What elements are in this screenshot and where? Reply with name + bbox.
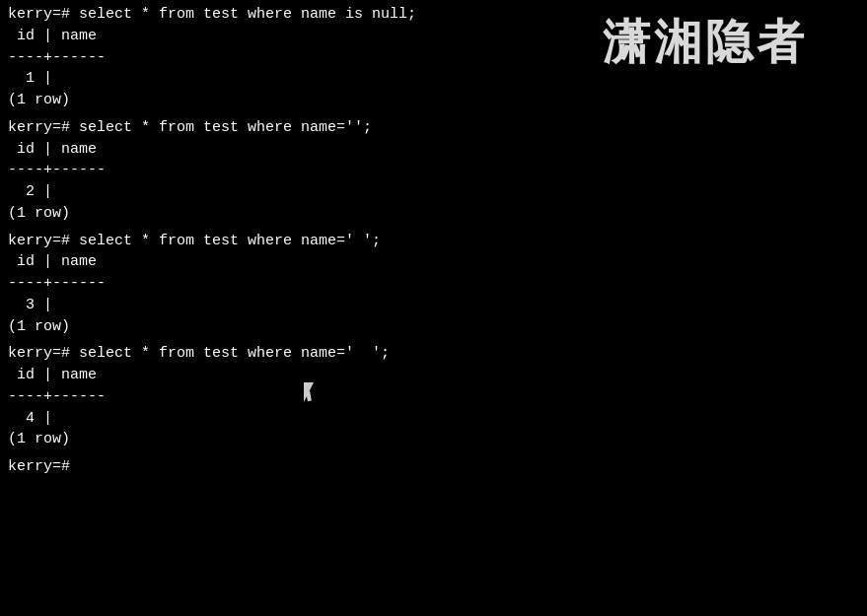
terminal-line: 1 | — [8, 68, 859, 90]
terminal-line: kerry=# select * from test where name=''… — [8, 117, 859, 139]
query-block-2: kerry=# select * from test where name=''… — [8, 117, 859, 225]
terminal-line: id | name — [8, 365, 859, 386]
terminal-line: 2 | — [8, 181, 859, 203]
terminal-line: 4 | — [8, 408, 859, 430]
query-block-5: kerry=# — [8, 456, 859, 478]
query-block-3: kerry=# select * from test where name=' … — [8, 231, 859, 338]
terminal-window: 潇湘隐者 kerry=# select * from test where na… — [0, 0, 867, 616]
query-block-1: kerry=# select * from test where name is… — [8, 4, 859, 111]
terminal-line: (1 row) — [8, 90, 859, 111]
terminal-line: kerry=# select * from test where name=' … — [8, 231, 859, 252]
terminal-line: kerry=# select * from test where name is… — [8, 4, 859, 26]
terminal-line: kerry=# select * from test where name=' … — [8, 343, 859, 365]
terminal-line: kerry=# — [8, 456, 859, 478]
terminal-line: id | name — [8, 26, 859, 47]
terminal-line: ----+------ — [8, 47, 859, 69]
terminal-line: (1 row) — [8, 429, 859, 450]
terminal-line: 3 | — [8, 295, 859, 316]
terminal-line: ----+------ — [8, 386, 859, 408]
query-block-4: kerry=# select * from test where name=' … — [8, 343, 859, 450]
terminal-line: ----+------ — [8, 273, 859, 295]
terminal-line: id | name — [8, 251, 859, 273]
terminal-line: (1 row) — [8, 316, 859, 338]
terminal-line: ----+------ — [8, 160, 859, 181]
terminal-line: (1 row) — [8, 203, 859, 225]
terminal-line: id | name — [8, 139, 859, 161]
